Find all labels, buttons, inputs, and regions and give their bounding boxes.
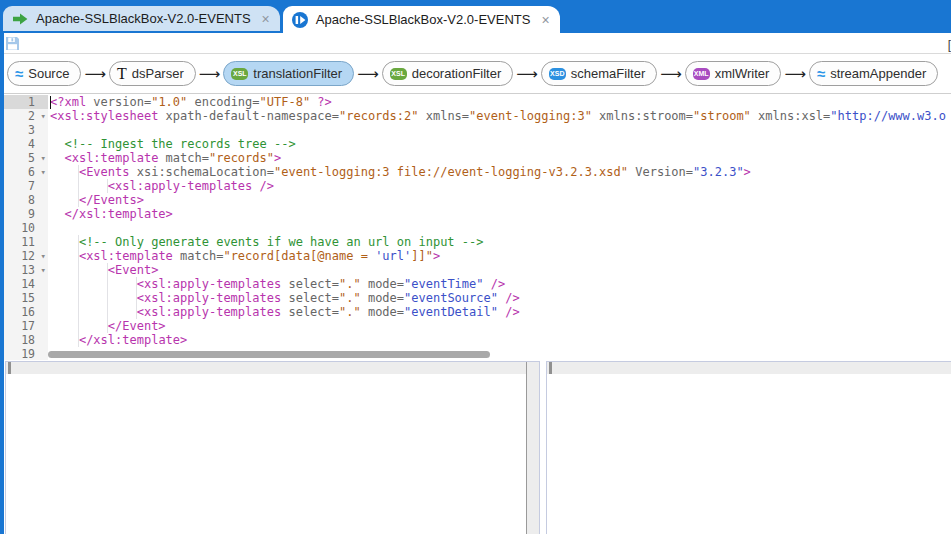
output-pane-right[interactable] xyxy=(546,361,951,534)
line-number: 5▾ xyxy=(4,151,48,165)
pipeline-element-label: streamAppender xyxy=(830,66,926,81)
stroom-app-window: Apache-SSLBlackBox-V2.0-EVENTS×Apache-SS… xyxy=(0,0,951,534)
pane-left-vertical-scrollbar[interactable] xyxy=(526,362,539,534)
line-number: 4 xyxy=(4,137,48,151)
code-line xyxy=(50,123,951,137)
save-icon xyxy=(5,36,20,51)
xslt-code-editor[interactable]: 12▾345▾6▾789101112▾13▾141516171819 <?xml… xyxy=(4,95,951,360)
code-line: <xsl:apply-templates select="." mode="ev… xyxy=(50,305,951,319)
line-number: 10 xyxy=(4,221,48,235)
line-number: 14 xyxy=(4,277,48,291)
flow-arrow-icon: ⟶ xyxy=(199,65,221,83)
flow-arrow-icon: ⟶ xyxy=(516,65,538,83)
line-number: 8 xyxy=(4,193,48,207)
code-line: </Event> xyxy=(50,319,951,333)
text-cursor xyxy=(50,96,51,109)
pipeline-element-label: xmlWriter xyxy=(715,66,770,81)
flow-arrow-icon: ⟶ xyxy=(660,65,682,83)
xslt-doc-icon xyxy=(291,11,309,29)
line-number: 7 xyxy=(4,179,48,193)
pipeline-element-schemaFilter[interactable]: XSDschemaFilter xyxy=(541,61,657,86)
code-line xyxy=(50,221,951,235)
line-number: 15 xyxy=(4,291,48,305)
pipeline-element-Source[interactable]: ≈Source xyxy=(7,61,81,86)
line-number: 12▾ xyxy=(4,249,48,263)
flow-arrow-icon: ⟶ xyxy=(84,65,106,83)
tab-label: Apache-SSLBlackBox-V2.0-EVENTS xyxy=(36,11,251,26)
fold-toggle-icon[interactable]: ▾ xyxy=(41,109,46,123)
code-line: <!-- Only generate events if we have an … xyxy=(50,235,951,249)
line-number: 9 xyxy=(4,207,48,221)
pipeline-structure-bar: ≈Source⟶TdsParser⟶XSLtranslationFilter⟶X… xyxy=(0,54,951,94)
line-number: 6▾ xyxy=(4,165,48,179)
line-number: 17 xyxy=(4,319,48,333)
xsl-icon: XSL xyxy=(390,68,407,80)
editor-horizontal-scrollbar[interactable] xyxy=(48,351,490,358)
pipeline-element-decorationFilter[interactable]: XSLdecorationFilter xyxy=(382,61,514,86)
flow-arrow-icon: ⟶ xyxy=(784,65,806,83)
code-line: <xsl:template match="record[data[@name =… xyxy=(50,249,951,263)
code-line: </Events> xyxy=(50,193,951,207)
flow-arrow-icon: ⟶ xyxy=(357,65,379,83)
code-line: <xsl:stylesheet xpath-default-namespace=… xyxy=(50,109,951,123)
code-line: <xsl:apply-templates select="." mode="ev… xyxy=(50,277,951,291)
save-button[interactable] xyxy=(5,36,20,51)
pipeline-element-label: dsParser xyxy=(132,66,184,81)
tab-1[interactable]: Apache-SSLBlackBox-V2.0-EVENTS× xyxy=(3,6,280,31)
fold-toggle-icon[interactable]: ▾ xyxy=(41,151,46,165)
line-number: 18 xyxy=(4,333,48,347)
pipeline-element-label: Source xyxy=(28,66,69,81)
pipeline-element-xmlWriter[interactable]: XMLxmlWriter xyxy=(685,61,782,86)
line-number: 1 xyxy=(4,95,48,109)
stream-icon: ≈ xyxy=(817,66,825,81)
code-line: <Events xsi:schemaLocation="event-loggin… xyxy=(50,165,951,179)
pane-left-horizontal-scrollbar[interactable] xyxy=(6,362,526,374)
code-line: </xsl:template> xyxy=(50,333,951,347)
code-area[interactable]: <?xml version="1.0" encoding="UTF-8" ?><… xyxy=(50,95,951,360)
xsl-icon: XSL xyxy=(231,68,248,80)
line-number: 13▾ xyxy=(4,263,48,277)
fold-toggle-icon[interactable]: ▾ xyxy=(41,165,46,179)
tab-close-icon[interactable]: × xyxy=(262,12,270,26)
line-number-gutter: 12▾345▾6▾789101112▾13▾141516171819 xyxy=(4,95,48,360)
code-line: <!-- Ingest the records tree --> xyxy=(50,137,951,151)
code-line: <xsl:template match="records"> xyxy=(50,151,951,165)
code-line: <xsl:apply-templates select="." mode="ev… xyxy=(50,291,951,305)
xml-icon: XML xyxy=(693,68,710,80)
pane-left-hscroll-thumb[interactable] xyxy=(8,362,11,374)
window-left-accent xyxy=(0,33,4,534)
tab-2-active[interactable]: Apache-SSLBlackBox-V2.0-EVENTS× xyxy=(283,6,560,33)
line-number: 3 xyxy=(4,123,48,137)
line-number: 11 xyxy=(4,235,48,249)
line-number: 2▾ xyxy=(4,109,48,123)
pipeline-element-dsParser[interactable]: TdsParser xyxy=(109,61,196,86)
pipeline-element-streamAppender[interactable]: ≈streamAppender xyxy=(809,61,938,86)
toolbar-overflow-text: [- xyxy=(948,38,951,52)
pane-right-hscroll-thumb[interactable] xyxy=(549,362,552,374)
code-line: <Event> xyxy=(50,263,951,277)
fold-toggle-icon[interactable]: ▾ xyxy=(41,249,46,263)
tab-close-icon[interactable]: × xyxy=(541,13,549,27)
editor-toolbar: [- xyxy=(0,33,951,54)
pane-right-horizontal-scrollbar[interactable] xyxy=(547,362,951,374)
fold-toggle-icon[interactable]: ▾ xyxy=(41,263,46,277)
pipeline-element-label: translationFilter xyxy=(253,66,342,81)
stream-icon: ≈ xyxy=(15,66,23,81)
tab-strip: Apache-SSLBlackBox-V2.0-EVENTS×Apache-SS… xyxy=(0,0,951,33)
tab-label: Apache-SSLBlackBox-V2.0-EVENTS xyxy=(316,12,531,27)
pipeline-element-label: decorationFilter xyxy=(412,66,502,81)
pipeline-element-label: schemaFilter xyxy=(571,66,645,81)
line-number: 19 xyxy=(4,347,48,360)
line-number: 16 xyxy=(4,305,48,319)
code-line: <xsl:apply-templates /> xyxy=(50,179,951,193)
pipeline-arrow-icon xyxy=(11,10,29,28)
xsd-icon: XSD xyxy=(549,68,566,80)
code-line: </xsl:template> xyxy=(50,207,951,221)
output-pane-left[interactable] xyxy=(5,361,540,534)
text-converter-icon: T xyxy=(117,66,127,82)
code-line: <?xml version="1.0" encoding="UTF-8" ?> xyxy=(50,95,951,109)
pipeline-element-translationFilter[interactable]: XSLtranslationFilter xyxy=(223,61,354,86)
